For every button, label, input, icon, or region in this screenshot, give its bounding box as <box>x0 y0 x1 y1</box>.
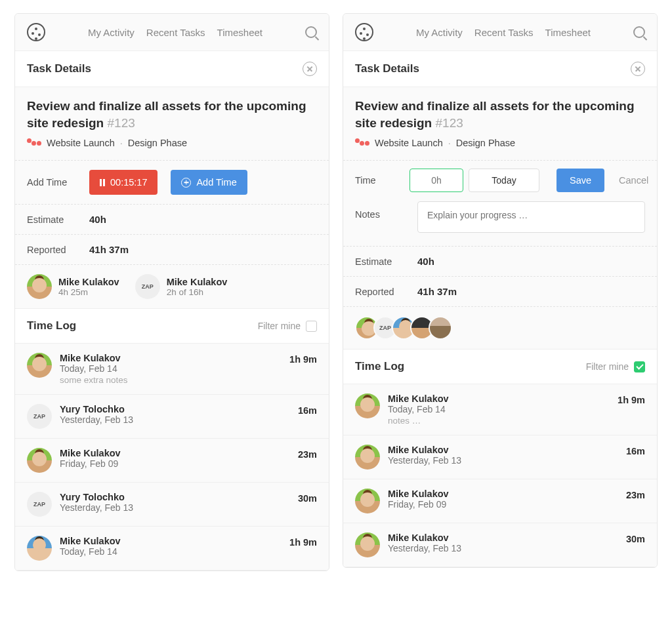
log-date: Today, Feb 14 <box>60 363 282 374</box>
log-entry[interactable]: Mike Kulakov Friday, Feb 09 23m <box>343 479 657 523</box>
log-entry[interactable]: ZAP Yury Tolochko Yesterday, Feb 13 30m <box>15 483 329 527</box>
log-entry[interactable]: Mike Kulakov Today, Feb 14 notes … 1h 9m <box>343 384 657 435</box>
app-logo-icon[interactable] <box>355 23 373 41</box>
task-details-title: Task Details <box>27 62 91 75</box>
log-entry[interactable]: Mike Kulakov Today, Feb 14 1h 9m <box>15 527 329 571</box>
assignee[interactable]: Mike Kulakov 4h 25m <box>27 274 119 299</box>
time-entry-row: Time Save Cancel <box>343 161 657 195</box>
avatar <box>27 353 52 378</box>
task-details-header: Task Details <box>15 51 329 87</box>
log-user-name: Mike Kulakov <box>60 353 282 363</box>
log-duration: 16m <box>626 446 645 456</box>
log-date: Yesterday, Feb 13 <box>388 543 618 553</box>
filter-mine: Filter mine <box>258 321 317 332</box>
task-meta: Website Launch · Design Phase <box>27 138 317 148</box>
nav-recent-tasks[interactable]: Recent Tasks <box>474 27 534 38</box>
log-date: Yesterday, Feb 13 <box>60 502 290 513</box>
close-icon[interactable] <box>303 62 317 76</box>
assignee-info: Mike Kulakov 4h 25m <box>58 277 119 297</box>
log-duration: 1h 9m <box>618 395 645 405</box>
log-user-name: Mike Kulakov <box>388 489 618 499</box>
reported-label: Reported <box>27 245 76 255</box>
task-details-title: Task Details <box>355 62 419 75</box>
separator: · <box>120 138 123 148</box>
nav-recent-tasks[interactable]: Recent Tasks <box>146 27 205 38</box>
timelog-header: Time Log Filter mine <box>15 309 329 344</box>
log-info: Yury Tolochko Yesterday, Feb 13 <box>60 492 290 513</box>
hours-input[interactable] <box>410 169 463 192</box>
save-button[interactable]: Save <box>556 169 604 192</box>
log-duration: 1h 9m <box>289 354 317 365</box>
nav-my-activity[interactable]: My Activity <box>416 27 463 38</box>
close-icon[interactable] <box>631 62 645 76</box>
log-entry[interactable]: Mike Kulakov Friday, Feb 09 23m <box>15 439 329 483</box>
timer-button[interactable]: 00:15:17 <box>89 170 158 195</box>
log-duration: 30m <box>298 493 317 504</box>
log-user-name: Mike Kulakov <box>60 536 282 546</box>
estimate-row: Estimate 40h <box>343 247 657 277</box>
top-nav: My Activity Recent Tasks Timesheet <box>15 14 329 51</box>
log-duration: 23m <box>626 490 645 500</box>
assignee-hours: 4h 25m <box>58 287 119 297</box>
log-date: Today, Feb 14 <box>388 404 610 414</box>
filter-label: Filter mine <box>586 361 629 372</box>
task-title: Review and finalize all assets for the u… <box>355 98 645 131</box>
avatar <box>355 393 380 418</box>
log-notes: some extra notes <box>60 375 282 385</box>
log-info: Mike Kulakov Friday, Feb 09 <box>388 489 618 510</box>
search-icon[interactable] <box>633 26 645 38</box>
assignee-hours: 2h of 16h <box>167 287 228 297</box>
nav-timesheet[interactable]: Timesheet <box>545 27 591 38</box>
plus-circle-icon <box>181 178 191 188</box>
log-date: Friday, Feb 09 <box>388 499 618 510</box>
assignee-name: Mike Kulakov <box>58 277 119 287</box>
nav-timesheet[interactable]: Timesheet <box>217 27 262 38</box>
app-logo-icon[interactable] <box>27 23 45 41</box>
reported-row: Reported 41h 37m <box>343 277 657 307</box>
estimate-value: 40h <box>89 214 106 225</box>
filter-label: Filter mine <box>258 321 301 331</box>
log-date: Yesterday, Feb 13 <box>388 455 618 466</box>
nav-my-activity[interactable]: My Activity <box>88 27 135 38</box>
add-time-button[interactable]: Add Time <box>171 170 247 195</box>
log-duration: 1h 9m <box>289 537 317 548</box>
search-icon[interactable] <box>305 26 317 38</box>
task-title: Review and finalize all assets for the u… <box>27 98 317 131</box>
task-details-header: Task Details <box>343 51 657 87</box>
task-panel-entry-mode: My Activity Recent Tasks Timesheet Task … <box>343 13 658 568</box>
log-date: Today, Feb 14 <box>60 546 282 557</box>
task-id: #123 <box>436 116 463 130</box>
date-input[interactable] <box>469 169 539 192</box>
task-project: Website Launch <box>375 138 443 148</box>
assignee[interactable]: ZAP Mike Kulakov 2h of 16h <box>135 274 228 299</box>
assignee-name: Mike Kulakov <box>167 277 228 287</box>
add-time-label: Add Time <box>27 177 76 188</box>
cancel-button[interactable]: Cancel <box>619 175 648 186</box>
task-summary: Review and finalize all assets for the u… <box>15 87 329 161</box>
avatar <box>355 532 380 557</box>
log-user-name: Mike Kulakov <box>60 448 290 458</box>
log-user-name: Yury Tolochko <box>60 404 290 414</box>
log-info: Mike Kulakov Today, Feb 14 some extra no… <box>60 353 282 385</box>
pause-icon <box>100 179 105 186</box>
log-entry[interactable]: Mike Kulakov Today, Feb 14 some extra no… <box>15 344 329 395</box>
log-entry[interactable]: Mike Kulakov Yesterday, Feb 13 30m <box>343 523 657 567</box>
log-entry[interactable]: Mike Kulakov Yesterday, Feb 13 16m <box>343 435 657 479</box>
time-log-list: Mike Kulakov Today, Feb 14 notes … 1h 9m… <box>343 384 657 567</box>
log-user-name: Mike Kulakov <box>388 393 610 404</box>
notes-row: Notes <box>343 195 657 247</box>
avatar: ZAP <box>27 404 52 429</box>
estimate-label: Estimate <box>355 256 404 267</box>
assignee-avatar-stack: ZAP <box>343 307 657 350</box>
filter-checkbox[interactable] <box>306 321 317 332</box>
filter-checkbox[interactable] <box>634 361 645 372</box>
avatar[interactable] <box>429 316 452 340</box>
task-title-text: Review and finalize all assets for the u… <box>355 99 635 130</box>
log-user-name: Yury Tolochko <box>60 492 290 502</box>
log-entry[interactable]: ZAP Yury Tolochko Yesterday, Feb 13 16m <box>15 395 329 439</box>
nav-links: My Activity Recent Tasks Timesheet <box>387 27 620 38</box>
time-label: Time <box>355 175 404 186</box>
reported-value: 41h 37m <box>89 244 129 255</box>
notes-input[interactable] <box>417 201 645 233</box>
filter-mine: Filter mine <box>586 361 645 372</box>
